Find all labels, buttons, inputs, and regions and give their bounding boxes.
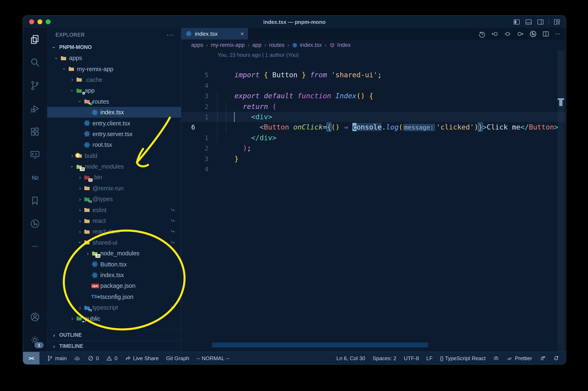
tree-item-build[interactable]: ›build (47, 150, 181, 161)
breadcrumb-item[interactable]: apps (191, 42, 203, 48)
close-window-button[interactable] (29, 19, 34, 24)
code-line[interactable]: 1 </div> (181, 122, 566, 133)
chevron-right-icon: › (77, 196, 84, 202)
tree-item-shared-ui[interactable]: ›shared-ui (47, 237, 181, 248)
breadcrumb-item[interactable]: index.tsx (292, 42, 322, 48)
tree-item--remix-run[interactable]: ›@remix-run (47, 183, 181, 194)
status-formatter[interactable]: Prettier (507, 355, 532, 361)
breadcrumb-item[interactable]: routes (269, 42, 285, 48)
close-tab-icon[interactable]: × (241, 30, 244, 37)
status-cursor-position[interactable]: Ln 6, Col 30 (336, 355, 365, 361)
vertical-scrollbar[interactable] (558, 51, 564, 352)
code-line[interactable]: 3} (181, 143, 566, 154)
layoutR-toggle-button[interactable] (537, 18, 544, 26)
code-line[interactable]: 4 (181, 70, 566, 81)
code-editor[interactable]: You, 23 hours ago | 1 author (You) 5impo… (181, 51, 566, 352)
navfwd-button[interactable] (516, 30, 524, 38)
explorer-more-actions-icon[interactable]: ··· (167, 31, 174, 39)
history-button[interactable] (478, 30, 486, 38)
activity-item-settings[interactable]: 1 (23, 328, 47, 352)
tree-item-public[interactable]: ›●●public (47, 313, 181, 324)
status-vim-mode[interactable]: -- NORMAL -- (196, 355, 229, 361)
code-line[interactable]: 2 return ( (181, 91, 566, 101)
layoutP-toggle-button[interactable] (525, 18, 532, 26)
tab-index-tsx[interactable]: index.tsx × (181, 28, 248, 39)
workspace-root-row[interactable]: › PNPM-MONO (47, 42, 181, 53)
zoom-window-button[interactable] (46, 19, 51, 24)
code-line[interactable]: 3export default function Index() { (181, 81, 566, 91)
tree-item-button-tsx[interactable]: Button.tsx (47, 259, 181, 270)
activity-item-bookmarks[interactable] (23, 189, 47, 212)
navdot-button[interactable] (504, 30, 511, 38)
status-errors[interactable]: 0 (88, 355, 99, 361)
tree-item-index-tsx[interactable]: index.tsx (47, 107, 181, 118)
tree-item-index-tsx[interactable]: index.tsx (47, 270, 181, 281)
status-warnings[interactable]: 0 (106, 355, 117, 361)
status-feedback[interactable] (539, 355, 546, 361)
breadcrumb-item[interactable]: my-remix-app (211, 42, 245, 48)
activity-item-run-and-debug[interactable] (23, 97, 47, 120)
breadcrumb-item[interactable]: Index (329, 42, 351, 48)
status-notifications[interactable] (553, 355, 559, 361)
code-line[interactable]: 4 (181, 154, 566, 164)
status-eol[interactable]: LF (426, 355, 433, 361)
status-copilot[interactable] (493, 355, 499, 361)
tree-item--cache[interactable]: ›.cache (47, 74, 181, 85)
tree-item-entry-client-tsx[interactable]: entry.client.tsx (47, 118, 181, 129)
activity-item-explorer[interactable] (23, 28, 47, 51)
status-live-share[interactable]: Live Share (125, 355, 159, 361)
section-timeline[interactable]: ›TIMELINE (47, 340, 181, 352)
status-encoding[interactable]: UTF-8 (404, 355, 419, 361)
gitcircle-button[interactable] (529, 30, 537, 38)
status-indentation[interactable]: Spaces: 2 (373, 355, 396, 361)
layoutL-icon (513, 18, 521, 26)
section-label: TIMELINE (59, 343, 83, 349)
activity-item-search[interactable] (23, 51, 47, 74)
status-git-branch[interactable]: main (47, 355, 67, 361)
tree-item-react[interactable]: ›react (47, 215, 181, 226)
tree-item-my-remix-app[interactable]: ›my-remix-app (47, 64, 181, 74)
tree-item-routes[interactable]: ›routes (47, 96, 181, 107)
tree-item--bin[interactable]: ›01.bin (47, 172, 181, 183)
activity-item-remote-explorer[interactable] (23, 143, 47, 166)
tree-item-typescript[interactable]: ›TStypescript (47, 302, 181, 313)
tree-item-root-tsx[interactable]: root.tsx (47, 139, 181, 150)
split-icon (542, 30, 550, 38)
tree-item-tsconfig-json[interactable]: TS⚙tsconfig.json (47, 291, 181, 302)
code-line[interactable]: 2 ); (181, 133, 566, 143)
section-outline[interactable]: ›OUTLINE (47, 329, 181, 340)
code-line[interactable]: 5import { Button } from 'shared-ui'; (181, 60, 566, 70)
tree-item-eslint[interactable]: ›eslint (47, 204, 181, 215)
activity-item-git-graph[interactable] (23, 212, 47, 235)
activity-item-extensions[interactable] (23, 120, 47, 143)
tree-item-react-dom[interactable]: ›react-dom (47, 226, 181, 237)
status-language-mode[interactable]: {} TypeScript React (440, 355, 486, 361)
layoutR-icon (537, 18, 544, 26)
breadcrumb-item[interactable]: app (252, 42, 262, 48)
activity-item-source-control[interactable] (23, 74, 47, 97)
folder-icon (60, 54, 67, 61)
activity-item-accounts[interactable] (23, 305, 47, 328)
horizontal-scrollbar[interactable] (212, 342, 428, 347)
code-line[interactable]: 6 <Button onClick={() ⇒ console.log(mess… (181, 112, 566, 122)
split-button[interactable] (542, 30, 550, 38)
more-actions-icon[interactable]: ··· (555, 30, 560, 37)
tree-item-entry-server-tsx[interactable]: entry.server.tsx (47, 128, 181, 139)
tree-item-app[interactable]: ›⚙app (47, 85, 181, 96)
tree-item--types[interactable]: ›TS@types (47, 194, 181, 204)
tree-item-node-modules[interactable]: ›JSnode_modules (47, 248, 181, 259)
activity-item-more-views[interactable]: ··· (23, 235, 47, 258)
tree-item-package-json[interactable]: npmpackage.json (47, 280, 181, 291)
minimize-window-button[interactable] (37, 19, 42, 24)
activity-item-nx-console[interactable]: N≥ (23, 166, 47, 189)
codelens-annotation[interactable]: You, 23 hours ago | 1 author (You) (181, 51, 566, 60)
layoutG-toggle-button[interactable] (553, 18, 561, 26)
navback-button[interactable] (491, 30, 499, 38)
tree-item-apps[interactable]: ›apps (47, 53, 181, 64)
tree-item-node-modules[interactable]: ›JSnode_modules (47, 161, 181, 172)
layoutL-toggle-button[interactable] (513, 18, 521, 26)
status-git-graph[interactable]: Git Graph (166, 355, 189, 361)
code-line[interactable]: 1 <div> (181, 101, 566, 112)
remote-indicator[interactable]: >< (23, 352, 39, 364)
status-sync-changes[interactable] (74, 355, 80, 361)
